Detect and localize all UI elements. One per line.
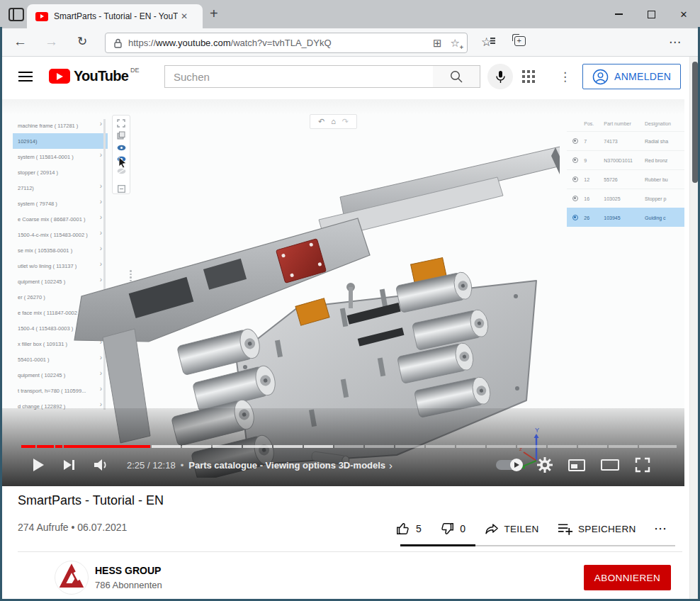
chapter-bullet: •: [181, 460, 184, 471]
player-controls-left: 2:25 / 12:18 • Parts catalogue - Viewing…: [31, 454, 393, 476]
progress-segment[interactable]: [426, 445, 455, 448]
progress-segment[interactable]: [609, 445, 638, 448]
close-window-button[interactable]: ✕: [667, 0, 700, 28]
subscribe-button[interactable]: ABONNIEREN: [584, 565, 671, 590]
progress-segment[interactable]: [182, 445, 211, 448]
section-divider: [18, 551, 682, 552]
progress-segment[interactable]: [639, 445, 677, 448]
progress-segment[interactable]: [64, 445, 150, 448]
progress-segment[interactable]: [456, 445, 485, 448]
collections-button[interactable]: +: [514, 36, 526, 46]
settings-gear-icon[interactable]: [537, 457, 553, 473]
youtube-logo[interactable]: YouTube DE: [49, 67, 140, 84]
cell-designation: Stopper p: [645, 196, 684, 201]
progress-segment[interactable]: [273, 445, 303, 448]
locate-part-icon[interactable]: [572, 215, 578, 220]
miniplayer-button[interactable]: [568, 459, 585, 471]
more-actions-button[interactable]: ⋯: [654, 521, 667, 537]
video-meta: 274 Aufrufe • 06.07.2021: [18, 522, 127, 533]
add-favorite-icon[interactable]: ☆+: [451, 37, 460, 50]
voice-search-button[interactable]: [487, 64, 513, 89]
fullscreen-button[interactable]: [635, 457, 650, 473]
thumb-down-icon: [439, 521, 455, 537]
progress-segment[interactable]: [548, 445, 577, 448]
youtube-settings-menu-button[interactable]: ⋮: [559, 69, 571, 84]
search-button[interactable]: [433, 65, 480, 88]
channel-name[interactable]: HESS GROUP: [95, 565, 161, 576]
new-tab-button[interactable]: +: [210, 6, 218, 22]
page-scrollbar-thumb[interactable]: [692, 62, 698, 183]
cell-part: 55726: [604, 177, 645, 182]
progress-segment[interactable]: [365, 445, 394, 448]
mouse-cursor: [118, 157, 128, 169]
back-button[interactable]: ←: [13, 34, 27, 50]
hess-logo-icon: [56, 562, 87, 593]
next-button[interactable]: [62, 459, 76, 471]
table-row[interactable]: 9 N3700D1011 Red bronz: [567, 150, 684, 169]
tab-close-icon[interactable]: ✕: [181, 11, 188, 21]
play-button[interactable]: [31, 457, 45, 473]
minimize-button[interactable]: [602, 0, 635, 28]
channel-subscribers: 786 Abonnenten: [95, 580, 162, 590]
split-screen-icon[interactable]: ⊞: [433, 37, 442, 50]
like-ratio-bar-track: [475, 545, 675, 546]
browser-menu-button[interactable]: ⋯: [669, 35, 682, 50]
chapter-title[interactable]: Parts catalogue - Viewing options 3D-mod…: [188, 460, 385, 471]
share-label: TEILEN: [504, 524, 539, 534]
progress-segment[interactable]: [517, 445, 546, 448]
tab-actions-icon: [13, 9, 14, 20]
table-row[interactable]: 16 103025 Stopper p: [567, 189, 684, 208]
forward-button[interactable]: →: [45, 34, 58, 50]
progress-segment[interactable]: [487, 445, 516, 448]
progress-bar[interactable]: [21, 445, 677, 448]
player-controls-right: [496, 454, 653, 476]
locate-part-icon[interactable]: [572, 157, 578, 163]
locate-part-icon[interactable]: [572, 196, 578, 201]
progress-segment[interactable]: [304, 445, 333, 448]
progress-segment[interactable]: [37, 445, 54, 448]
maximize-button[interactable]: [635, 0, 667, 28]
save-button[interactable]: SPEICHERN: [557, 522, 636, 536]
thumb-up-icon: [395, 521, 411, 537]
cell-pos: 9: [584, 158, 604, 163]
locate-part-icon[interactable]: [572, 176, 578, 182]
favorites-button[interactable]: ☆: [481, 35, 492, 50]
video-title: SmartParts - Tutorial - EN: [18, 493, 164, 508]
tab-actions-button[interactable]: [9, 8, 24, 21]
progress-segment[interactable]: [213, 445, 242, 448]
save-label: SPEICHERN: [578, 524, 636, 534]
browser-window: SmartParts - Tutorial - EN - YouT ✕ + ✕ …: [0, 0, 700, 601]
account-icon: [592, 69, 609, 85]
signin-button[interactable]: ANMELDEN: [582, 64, 681, 89]
chapter-chevron-icon[interactable]: ›: [389, 459, 393, 471]
refresh-button[interactable]: ↻: [77, 34, 87, 50]
guide-menu-button[interactable]: [18, 72, 33, 82]
address-bar[interactable]: https://www.youtube.com/watch?v=tvhTLA_D…: [105, 33, 468, 53]
youtube-apps-button[interactable]: [522, 70, 536, 84]
table-row-selected[interactable]: 26 103945 Guiding c: [567, 208, 684, 227]
cell-pos: 26: [584, 215, 604, 220]
progress-segment[interactable]: [152, 445, 181, 448]
progress-segment[interactable]: [334, 445, 363, 448]
table-row[interactable]: 12 55726 Rubber bu: [567, 169, 684, 189]
progress-segment[interactable]: [243, 445, 272, 448]
progress-segment[interactable]: [578, 445, 607, 448]
volume-icon[interactable]: [93, 459, 110, 471]
progress-segment[interactable]: [55, 445, 62, 448]
progress-segment[interactable]: [395, 445, 424, 448]
table-row[interactable]: 7 74173 Radial sha: [567, 131, 684, 150]
progress-segment[interactable]: [21, 445, 35, 448]
search-input[interactable]: [164, 65, 434, 88]
playlist-add-icon: [557, 522, 573, 536]
like-count: 5: [416, 523, 422, 534]
window-controls: ✕: [602, 0, 700, 28]
cell-designation: Red bronz: [645, 158, 684, 163]
browser-tab[interactable]: SmartParts - Tutorial - EN - YouT ✕: [27, 4, 203, 28]
like-button[interactable]: 5: [395, 521, 422, 537]
dislike-button[interactable]: 0: [439, 521, 465, 537]
share-button[interactable]: TEILEN: [484, 522, 539, 536]
channel-avatar[interactable]: [55, 561, 89, 595]
theater-mode-button[interactable]: [601, 459, 619, 471]
autoplay-toggle[interactable]: [496, 460, 521, 470]
locate-part-icon[interactable]: [572, 138, 578, 144]
